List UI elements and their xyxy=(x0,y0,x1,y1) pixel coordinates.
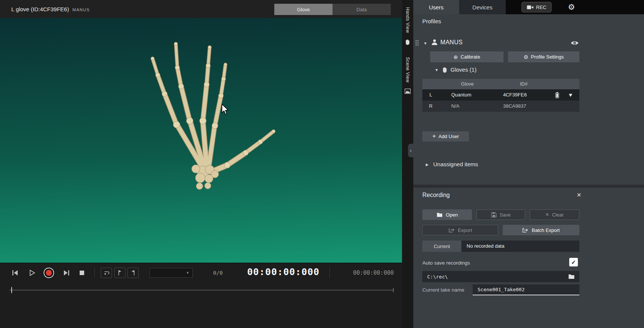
mouse-cursor xyxy=(221,104,229,116)
column-header-id: ID# xyxy=(496,79,552,89)
tab-glove[interactable]: Glove xyxy=(274,4,333,15)
gloves-group-label[interactable]: Gloves (1) xyxy=(450,66,476,73)
timeline-end-tick xyxy=(393,288,394,292)
rec-button[interactable]: REC xyxy=(522,2,552,12)
record-icon xyxy=(43,267,55,279)
glove-type: Quantum xyxy=(451,89,471,101)
chevron-down-icon[interactable]: ▼ xyxy=(435,68,438,72)
glove-row-left[interactable]: L Quantum 4CF39FE6 ♥ xyxy=(422,89,579,101)
export-button[interactable]: Export xyxy=(422,225,498,235)
brand-label: MANUS xyxy=(73,8,90,12)
dropdown-caret-icon: ▼ xyxy=(186,271,189,275)
timeline-playhead[interactable] xyxy=(11,287,12,293)
skip-back-icon xyxy=(11,269,19,277)
frame-counter: 0/0 xyxy=(207,270,228,276)
glove-type: N/A xyxy=(451,101,460,112)
loop-toggle[interactable] xyxy=(101,268,112,278)
calibrate-icon: ⊕ xyxy=(454,54,458,60)
column-header-glove: Glove xyxy=(439,79,496,89)
clear-label: Clear xyxy=(552,212,564,218)
viewport-title: L glove (ID:4CF39FE6) MANUS xyxy=(11,0,90,18)
viewport-titlebar: L glove (ID:4CF39FE6) MANUS Glove Data xyxy=(0,0,402,18)
autosave-checkbox[interactable]: ✓ xyxy=(569,258,578,266)
add-user-button[interactable]: + Add User xyxy=(422,131,469,141)
profile-settings-label: Profile Settings xyxy=(531,54,564,60)
chevron-right-icon[interactable]: ▶ xyxy=(426,162,429,167)
rec-label: REC xyxy=(536,5,546,10)
timeline[interactable] xyxy=(0,282,402,328)
take-name-label: Current take name xyxy=(422,287,464,293)
check-icon: ✓ xyxy=(571,259,576,266)
haptics-heart-icon: ♥ xyxy=(569,91,572,99)
tab-devices[interactable]: Devices xyxy=(459,0,506,14)
open-label: Open xyxy=(446,212,458,218)
export-label: Export xyxy=(458,227,472,233)
play-button[interactable] xyxy=(28,269,36,277)
batch-export-button[interactable]: Batch Export xyxy=(503,225,579,235)
calibrate-button[interactable]: ⊕ Calibrate xyxy=(430,51,503,62)
drag-handle[interactable] xyxy=(415,40,419,46)
panel-expander[interactable]: › xyxy=(408,144,413,157)
profile-name[interactable]: MANUS xyxy=(440,39,463,46)
clear-button[interactable]: × Clear xyxy=(530,209,579,220)
autosave-label: Auto save recordings xyxy=(422,260,470,266)
close-icon: × xyxy=(546,211,549,218)
skeleton-hand-model xyxy=(113,23,293,199)
close-icon[interactable]: × xyxy=(574,190,584,200)
stop-icon xyxy=(78,269,86,277)
mark-out-icon xyxy=(129,269,137,277)
save-label: Save xyxy=(500,212,511,218)
view-tab-strip: Hands View Scene View › xyxy=(402,0,413,328)
unassigned-items-toggle[interactable]: Unassigned items xyxy=(433,161,478,167)
chevron-down-icon[interactable]: ▼ xyxy=(423,41,427,45)
glove-side: L xyxy=(422,89,439,101)
settings-gear-icon[interactable]: ⚙ xyxy=(565,1,577,13)
glove-id: 4CF39FE6 xyxy=(503,89,527,101)
calibrate-label: Calibrate xyxy=(461,54,480,60)
profiles-section-title: Profiles xyxy=(422,14,441,29)
playback-bar: ▼ 0/0 00:00:00:000 00:00:00:000 xyxy=(0,263,402,282)
gear-icon: ⚙ xyxy=(524,54,529,60)
eye-icon[interactable] xyxy=(570,40,579,46)
folder-open-icon xyxy=(437,212,443,217)
profile-settings-button[interactable]: ⚙ Profile Settings xyxy=(508,51,579,62)
toolbar-separator xyxy=(330,268,330,278)
timecode-main: 00:00:00:000 xyxy=(243,266,323,277)
save-button[interactable]: Save xyxy=(476,209,525,220)
current-take-value: No recorded data xyxy=(461,241,579,252)
glove-side: R xyxy=(422,101,439,112)
mark-in-button[interactable] xyxy=(114,268,125,278)
step-forward-button[interactable] xyxy=(62,269,70,277)
stop-button[interactable] xyxy=(78,269,86,277)
folder-icon[interactable] xyxy=(568,274,575,279)
glove-row-right[interactable]: R N/A 38CA9837 xyxy=(422,101,579,112)
timeline-track[interactable] xyxy=(9,290,394,290)
tab-users[interactable]: Users xyxy=(413,0,459,14)
hands-3d-viewport[interactable] xyxy=(0,18,402,263)
play-icon xyxy=(28,269,36,277)
camera-icon xyxy=(527,5,534,10)
mark-in-icon xyxy=(116,269,124,277)
tab-hands-view[interactable]: Hands View xyxy=(402,2,413,38)
tab-scene-view[interactable]: Scene View xyxy=(402,53,413,87)
recording-path-field[interactable] xyxy=(422,271,579,282)
record-button[interactable] xyxy=(43,267,55,279)
tab-data[interactable]: Data xyxy=(333,4,391,15)
export-icon xyxy=(449,227,455,233)
section-divider xyxy=(413,185,644,188)
battery-icon xyxy=(555,92,559,98)
playback-mode-dropdown[interactable]: ▼ xyxy=(150,268,193,278)
glove-title: L glove (ID:4CF39FE6) xyxy=(11,6,69,12)
skip-back-button[interactable] xyxy=(11,269,19,277)
glove-icon xyxy=(442,66,448,73)
take-name-input[interactable] xyxy=(473,284,579,295)
user-icon xyxy=(431,39,438,46)
hand-icon xyxy=(405,39,411,45)
scene-view-icon xyxy=(405,89,411,94)
recording-section-title: Recording xyxy=(422,192,450,199)
glove-id: 38CA9837 xyxy=(503,101,526,112)
step-forward-icon xyxy=(62,269,70,277)
mark-out-button[interactable] xyxy=(127,268,139,278)
recording-path-input[interactable] xyxy=(422,271,579,282)
open-button[interactable]: Open xyxy=(422,209,472,220)
